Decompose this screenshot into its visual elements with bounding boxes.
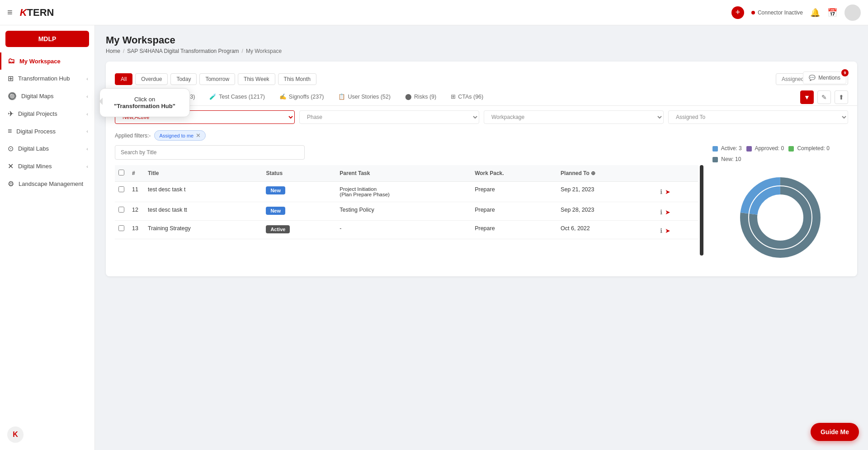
filter-overdue-button[interactable]: Overdue	[135, 73, 168, 85]
mentions-button[interactable]: 💬 Mentions 9	[803, 71, 846, 84]
navigate-icon-12[interactable]: ➤	[665, 208, 670, 216]
filter-today-button[interactable]: Today	[170, 73, 197, 85]
tab-user-stories[interactable]: 📋 User Stories (52)	[331, 89, 397, 105]
digital-projects-icon: ✈	[8, 109, 14, 118]
filter-this-month-button[interactable]: This Month	[278, 73, 316, 85]
guide-me-button[interactable]: Guide Me	[811, 423, 859, 441]
tooltip-box: Click on "Transformation Hub"	[99, 88, 190, 117]
user-avatar[interactable]	[844, 5, 861, 21]
search-input[interactable]	[115, 145, 305, 160]
info-icon-12[interactable]: ℹ	[660, 208, 662, 216]
sidebar-item-my-workspace[interactable]: 🗂 My Workspace	[0, 52, 94, 70]
connector-dot	[751, 11, 755, 14]
tab-ctas[interactable]: ⊞ CTAs (96)	[443, 89, 491, 105]
bell-icon[interactable]: 🔔	[810, 8, 820, 17]
col-num: #	[128, 165, 144, 182]
filter-all-button[interactable]: All	[115, 73, 132, 85]
risks-icon: ⬤	[405, 93, 412, 100]
sidebar-item-digital-maps[interactable]: 🔘 Digital Maps ‹	[0, 87, 94, 105]
sidebar-item-digital-process[interactable]: ≡ Digital Process ‹	[0, 123, 94, 140]
filter-this-week-button[interactable]: This Week	[238, 73, 275, 85]
project-button[interactable]: MDLP	[5, 31, 89, 47]
transformation-hub-icon: ⊞	[8, 74, 14, 83]
planned-to-info-icon[interactable]: ⊕	[591, 170, 595, 176]
tab-signoffs-label: Signoffs (237)	[289, 94, 324, 100]
remove-filter-button[interactable]: ✕	[196, 132, 201, 139]
mentions-label: Mentions	[818, 75, 840, 81]
hamburger-icon[interactable]: ≡	[7, 7, 13, 18]
row-checkbox-13[interactable]	[118, 225, 124, 231]
donut-chart	[712, 168, 848, 267]
calendar-wrapper: 📅	[827, 8, 837, 18]
tab-test-cases[interactable]: 🧪 Test Cases (1217)	[202, 89, 272, 105]
row-workpack-12: Prepare	[471, 202, 557, 221]
filter-tomorrow-button[interactable]: Tomorrow	[199, 73, 235, 85]
row-workpack-11: Prepare	[471, 182, 557, 202]
tab-user-stories-label: User Stories (52)	[348, 94, 390, 100]
legend-dot-new	[712, 157, 718, 162]
row-parent-13: -	[336, 221, 471, 239]
sidebar-item-digital-projects[interactable]: ✈ Digital Projects ‹	[0, 105, 94, 123]
connector-status-label: Connector Inactive	[758, 9, 803, 16]
tab-signoffs[interactable]: ✍ Signoffs (237)	[272, 89, 331, 105]
breadcrumb: Home / SAP S/4HANA Digital Transformatio…	[106, 48, 857, 54]
legend-approved-label: Approved: 0	[755, 145, 784, 152]
tasks-table: # Title Status Parent Task Work Pack. Pl…	[115, 165, 698, 239]
chat-icon: 💬	[809, 75, 816, 81]
connector-status: Connector Inactive	[751, 9, 803, 16]
row-checkbox-12[interactable]	[118, 207, 124, 213]
row-num-13: 13	[128, 221, 144, 239]
col-actions	[656, 165, 698, 182]
tab-risks[interactable]: ⬤ Risks (9)	[398, 89, 443, 105]
sidebar-item-label: My Workspace	[19, 58, 88, 65]
sidebar-item-landscape-management[interactable]: ⚙ Landscape Management	[0, 175, 94, 193]
sidebar: MDLP 🗂 My Workspace ⊞ Transformation Hub…	[0, 25, 95, 450]
row-planned-13: Oct 6, 2022	[557, 221, 656, 239]
filter-bar: All Overdue Today Tomorrow This Week Thi…	[106, 66, 857, 85]
legend-active: Active: 3	[712, 145, 742, 152]
assigned-to-filter[interactable]: Assigned To	[668, 110, 848, 124]
export-action-icon[interactable]: ⬆	[835, 90, 848, 104]
calendar-icon[interactable]: 📅	[827, 8, 837, 17]
breadcrumb-project[interactable]: SAP S/4HANA Digital Transformation Progr…	[127, 48, 239, 54]
add-button[interactable]: +	[731, 6, 744, 19]
chevron-icon: ‹	[86, 76, 88, 81]
sidebar-item-label: Digital Process	[16, 128, 82, 135]
info-icon-11[interactable]: ℹ	[660, 188, 662, 195]
breadcrumb-home[interactable]: Home	[106, 48, 120, 54]
table-left: # Title Status Parent Task Work Pack. Pl…	[115, 145, 705, 267]
row-planned-12: Sep 28, 2023	[557, 202, 656, 221]
edit-action-icon[interactable]: ✎	[817, 90, 831, 104]
sidebar-item-transformation-hub[interactable]: ⊞ Transformation Hub ‹	[0, 70, 94, 87]
legend-dot-active	[712, 146, 718, 152]
legend-approved: Approved: 0	[746, 145, 784, 152]
row-actions-11: ℹ ➤	[660, 188, 694, 195]
sidebar-item-digital-labs[interactable]: ⊙ Digital Labs ‹	[0, 140, 94, 157]
filter-action-icon[interactable]: ▼	[800, 90, 814, 104]
row-title-11: test desc task t	[144, 182, 262, 202]
scrollbar-thumb[interactable]	[700, 165, 703, 256]
col-title: Title	[144, 165, 262, 182]
row-num-12: 12	[128, 202, 144, 221]
navigate-icon-13[interactable]: ➤	[665, 227, 670, 234]
mentions-count: 9	[841, 69, 849, 76]
row-title-13: Training Strategy	[144, 221, 262, 239]
sidebar-item-label: Digital Projects	[18, 110, 82, 117]
page-header: My Workspace Home / SAP S/4HANA Digital …	[106, 34, 857, 54]
phase-filter[interactable]: Phase	[299, 110, 479, 124]
row-status-11: New	[266, 186, 285, 194]
tab-risks-label: Risks (9)	[414, 94, 436, 100]
navigate-icon-11[interactable]: ➤	[665, 188, 670, 195]
ctas-icon: ⊞	[451, 93, 456, 100]
workpackage-filter[interactable]: Workpackage	[484, 110, 664, 124]
row-parent-12: Testing Policy	[336, 202, 471, 221]
table-wrapper: # Title Status Parent Task Work Pack. Pl…	[115, 165, 698, 256]
row-planned-11: Sep 21, 2023	[557, 182, 656, 202]
row-checkbox-11[interactable]	[118, 186, 124, 192]
sidebar-k-button[interactable]: K	[7, 426, 24, 443]
sidebar-item-digital-mines[interactable]: ✕ Digital Mines ‹	[0, 157, 94, 175]
legend-new: New: 10	[712, 156, 741, 162]
select-all-checkbox[interactable]	[118, 170, 124, 175]
logo: K TERN	[20, 7, 54, 19]
info-icon-13[interactable]: ℹ	[660, 227, 662, 234]
